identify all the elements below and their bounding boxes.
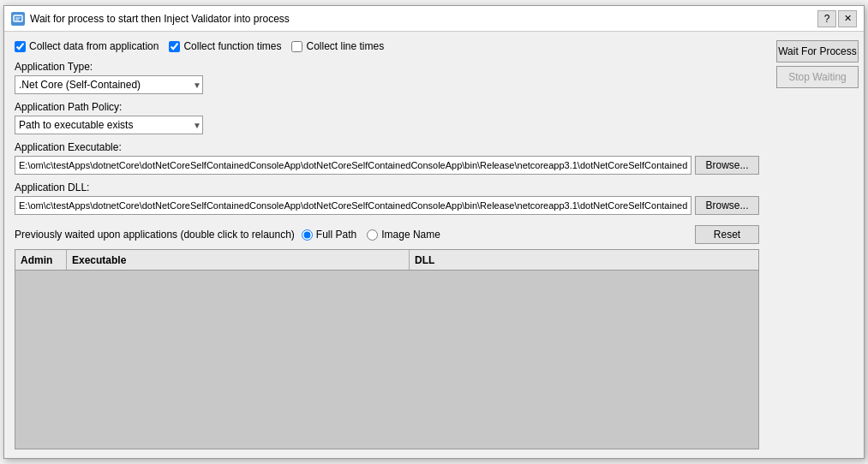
application-path-policy-dropdown-container: Path to executable exists Image Name ▼ xyxy=(15,116,203,134)
dialog-title: Wait for process to start then Inject Va… xyxy=(30,13,812,25)
image-name-label[interactable]: Image Name xyxy=(381,229,440,241)
application-type-group: Application Type: .Net Core (Self-Contai… xyxy=(15,61,759,94)
previously-waited-label: Previously waited upon applications (dou… xyxy=(15,229,295,241)
table-header-dll: DLL xyxy=(410,250,758,270)
application-type-dropdown-container: .Net Core (Self-Contained) .Net Framewor… xyxy=(15,75,203,94)
application-path-policy-label: Application Path Policy: xyxy=(15,101,759,113)
application-path-policy-group: Application Path Policy: Path to executa… xyxy=(15,101,759,134)
radio-group: Full Path Image Name xyxy=(302,229,440,241)
reset-button[interactable]: Reset xyxy=(695,225,759,244)
full-path-label[interactable]: Full Path xyxy=(316,229,356,241)
previously-waited-row: Previously waited upon applications (dou… xyxy=(15,225,759,244)
collect-function-times-checkbox-item[interactable]: Collect function times xyxy=(169,40,281,52)
title-bar-controls: ? ✕ xyxy=(817,10,857,27)
application-executable-browse-button[interactable]: Browse... xyxy=(695,156,759,175)
content-area: Collect data from application Collect fu… xyxy=(4,32,864,458)
table-header-admin: Admin xyxy=(15,250,67,270)
dialog: Wait for process to start then Inject Va… xyxy=(3,5,865,459)
collect-data-label[interactable]: Collect data from application xyxy=(29,40,159,52)
collect-line-times-label[interactable]: Collect line times xyxy=(306,40,384,52)
collect-function-times-label[interactable]: Collect function times xyxy=(183,40,281,52)
full-path-radio[interactable] xyxy=(302,229,313,241)
collect-line-times-checkbox-item[interactable]: Collect line times xyxy=(291,40,384,52)
application-executable-input[interactable] xyxy=(15,156,691,175)
application-dll-browse-button[interactable]: Browse... xyxy=(695,196,759,215)
close-button[interactable]: ✕ xyxy=(838,10,857,27)
collect-data-checkbox-item[interactable]: Collect data from application xyxy=(15,40,159,52)
collect-data-checkbox[interactable] xyxy=(15,41,26,52)
wait-for-process-button[interactable]: Wait For Process xyxy=(776,40,859,62)
application-dll-label: Application DLL: xyxy=(15,181,759,193)
application-type-select[interactable]: .Net Core (Self-Contained) .Net Framewor… xyxy=(15,75,203,94)
previously-waited-table: Admin Executable DLL xyxy=(15,249,759,449)
image-name-radio[interactable] xyxy=(367,229,378,241)
collect-function-times-checkbox[interactable] xyxy=(169,41,180,52)
stop-waiting-button[interactable]: Stop Waiting xyxy=(776,66,859,88)
title-bar: Wait for process to start then Inject Va… xyxy=(4,6,864,32)
application-executable-label: Application Executable: xyxy=(15,141,759,153)
application-path-policy-select[interactable]: Path to executable exists Image Name xyxy=(15,116,203,134)
collect-line-times-checkbox[interactable] xyxy=(291,41,302,52)
application-dll-input[interactable] xyxy=(15,196,691,215)
dialog-icon xyxy=(11,12,25,26)
side-buttons: Wait For Process Stop Waiting xyxy=(769,32,864,458)
table-header-executable: Executable xyxy=(67,250,410,270)
application-dll-group: Application DLL: Browse... xyxy=(15,181,759,215)
table-body xyxy=(15,271,758,449)
application-type-label: Application Type: xyxy=(15,61,759,73)
image-name-radio-item[interactable]: Image Name xyxy=(367,229,440,241)
application-executable-row: Browse... xyxy=(15,156,759,175)
full-path-radio-item[interactable]: Full Path xyxy=(302,229,356,241)
checkboxes-row: Collect data from application Collect fu… xyxy=(15,40,759,52)
help-button[interactable]: ? xyxy=(817,10,836,27)
application-executable-group: Application Executable: Browse... xyxy=(15,141,759,175)
application-dll-row: Browse... xyxy=(15,196,759,215)
table-header: Admin Executable DLL xyxy=(15,250,758,271)
main-area: Collect data from application Collect fu… xyxy=(4,32,769,458)
